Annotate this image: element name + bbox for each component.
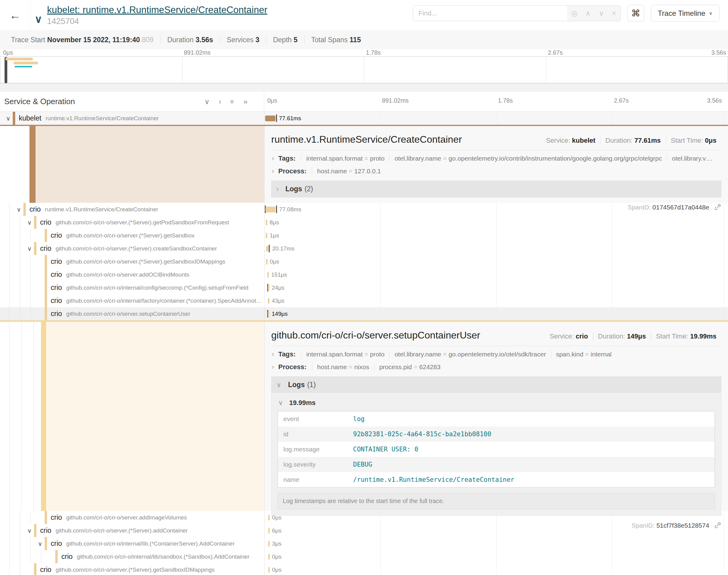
span-row-timeline-cell[interactable]: 43μs xyxy=(264,294,728,307)
row-collapse-chevron-icon[interactable]: ∨ xyxy=(4,115,13,122)
clear-search-icon[interactable]: × xyxy=(612,9,616,18)
span-duration-bar[interactable] xyxy=(268,528,270,533)
service-name: crio xyxy=(61,552,73,561)
span-row[interactable]: criogithub.com/cri-o/cri-o/server.(*Serv… xyxy=(0,229,728,242)
span-row[interactable]: ∨criogithub.com/cri-o/cri-o/server.(*Ser… xyxy=(0,524,728,537)
span-duration-bar[interactable] xyxy=(268,567,270,573)
span-row[interactable]: criogithub.com/cri-o/cri-o/internal/fact… xyxy=(0,294,728,307)
row-collapse-chevron-icon[interactable]: ∨ xyxy=(25,245,34,252)
span-row[interactable]: ∨kubeletruntime.v1.RuntimeService/Create… xyxy=(0,112,728,125)
span-row-timeline-cell[interactable]: 3μs xyxy=(264,537,728,550)
span-duration-bar[interactable] xyxy=(268,298,269,304)
span-duration-bar[interactable] xyxy=(267,272,269,277)
span-row[interactable]: criogithub.com/cri-o/cri-o/internal/lib/… xyxy=(0,550,728,563)
collapse-all-icon[interactable]: » xyxy=(228,100,237,104)
ruler-tick: 891.02ms xyxy=(380,97,409,104)
span-row[interactable]: criogithub.com/cri-o/cri-o/server.addIma… xyxy=(0,511,728,524)
process-item: host.name=nixos xyxy=(312,363,374,371)
span-row-timeline-cell[interactable]: 24μs xyxy=(264,281,728,294)
span-duration-bar[interactable] xyxy=(268,285,269,291)
span-duration-label: 6μs xyxy=(272,527,282,534)
back-button[interactable]: ← xyxy=(0,0,30,30)
span-row[interactable]: ∨crioruntime.v1.RuntimeService/CreateCon… xyxy=(0,203,728,216)
span-duration-bar[interactable] xyxy=(268,554,270,560)
log-field-key: event xyxy=(278,411,348,427)
indent-guide xyxy=(4,537,14,550)
span-row-timeline-cell[interactable]: 77.08ms xyxy=(264,203,728,216)
span-row-timeline-cell[interactable]: 6μs xyxy=(264,524,728,537)
span-duration-bar[interactable] xyxy=(268,541,270,546)
critical-path-tick xyxy=(276,206,277,213)
span-row[interactable]: criogithub.com/cri-o/cri-o/server.(*Serv… xyxy=(0,563,728,575)
span-row[interactable]: criogithub.com/cri-o/cri-o/server.addOCI… xyxy=(0,268,728,281)
span-row[interactable]: ∨criogithub.com/cri-o/cri-o/server.(*Ser… xyxy=(0,242,728,255)
span-row-timeline-cell[interactable]: 0μs xyxy=(264,563,728,575)
span-duration-bar[interactable] xyxy=(266,246,269,251)
span-duration-bar[interactable] xyxy=(266,219,267,225)
trace-total-spans: Total Spans 115 xyxy=(304,36,368,44)
span-row-timeline-cell[interactable]: 0μs xyxy=(264,511,728,524)
logs-accordion[interactable]: ∨ Logs(1) xyxy=(271,376,721,393)
trace-minimap[interactable] xyxy=(0,57,728,83)
indent-guide xyxy=(25,229,36,242)
duration-label: Duration xyxy=(167,36,194,44)
operation-name: github.com/cri-o/cri-o/internal/config/s… xyxy=(66,284,249,291)
logs-accordion[interactable]: › Logs(2) xyxy=(271,181,721,197)
span-row-timeline-cell[interactable]: 0μs xyxy=(264,550,728,563)
span-duration-bar[interactable] xyxy=(266,233,267,238)
collapse-one-icon[interactable]: ∨ xyxy=(204,97,210,106)
tags-accordion[interactable]: › Tags: internal.span.format=proto otel.… xyxy=(271,150,721,163)
span-row-timeline-cell[interactable]: 8μs xyxy=(264,216,728,229)
service-name: crio xyxy=(29,205,41,213)
ruler-tick: 2.67s xyxy=(612,97,629,104)
keyboard-shortcuts-button[interactable]: ⌘ xyxy=(627,5,644,22)
span-duration-bar[interactable] xyxy=(268,515,270,520)
tags-accordion[interactable]: › Tags: internal.span.format=proto otel.… xyxy=(271,346,721,359)
row-collapse-chevron-icon[interactable]: ∨ xyxy=(14,206,23,213)
indent-guide xyxy=(25,281,36,294)
process-accordion[interactable]: › Process: host.name=127.0.0.1 xyxy=(271,163,721,176)
span-duration-bar[interactable] xyxy=(265,206,275,212)
span-row[interactable]: ∨criogithub.com/cri-o/cri-o/server.(*Ser… xyxy=(0,216,728,229)
trace-id: 1425704 xyxy=(47,17,267,26)
process-accordion[interactable]: › Process: host.name=nixos process.pid=6… xyxy=(271,359,721,372)
span-duration-bar[interactable] xyxy=(268,311,269,317)
span-detail-tint xyxy=(36,126,264,203)
services-label: Services xyxy=(227,36,254,44)
expand-one-icon[interactable]: › xyxy=(219,97,221,106)
span-row-timeline-cell[interactable]: 149μs xyxy=(264,307,728,320)
span-row-timeline-cell[interactable]: 20.17ms xyxy=(264,242,728,255)
row-collapse-chevron-icon[interactable]: ∨ xyxy=(25,219,34,226)
span-duration-bar[interactable] xyxy=(266,259,268,264)
span-row[interactable]: criogithub.com/cri-o/cri-o/internal/conf… xyxy=(0,281,728,294)
next-result-icon[interactable]: ∨ xyxy=(599,9,604,18)
span-row[interactable]: criogithub.com/cri-o/cri-o/server.(*Serv… xyxy=(0,255,728,268)
trace-collapse-chevron-icon[interactable]: ∨ xyxy=(35,13,42,25)
span-row-timeline-cell[interactable]: 0μs xyxy=(264,255,728,268)
prev-result-icon[interactable]: ∧ xyxy=(586,9,591,18)
span-row[interactable]: ∨criogithub.com/cri-o/cri-o/internal/lib… xyxy=(0,537,728,550)
expand-all-icon[interactable]: » xyxy=(243,97,247,106)
span-row-name-cell: ∨criogithub.com/cri-o/cri-o/server.(*Ser… xyxy=(0,524,264,537)
span-duration-label: 1μs xyxy=(270,232,279,239)
trace-title-link[interactable]: kubelet: runtime.v1.RuntimeService/Creat… xyxy=(47,5,267,15)
span-row[interactable]: criogithub.com/cri-o/cri-o/server.setupC… xyxy=(0,307,728,320)
span-color-bar xyxy=(29,126,36,203)
find-input[interactable] xyxy=(413,6,567,21)
row-collapse-chevron-icon[interactable]: ∨ xyxy=(36,540,45,547)
log-entry-toggle[interactable]: ∨ 19.99ms xyxy=(278,399,715,407)
span-row-timeline-cell[interactable]: 151μs xyxy=(264,268,728,281)
log-field-key: log.severity xyxy=(278,457,348,472)
service-value: kubelet xyxy=(572,137,595,144)
find-tools: ◎ ∧ ∨ × xyxy=(567,6,621,21)
row-collapse-chevron-icon[interactable]: ∨ xyxy=(25,527,34,534)
locate-span-icon[interactable]: ◎ xyxy=(571,9,578,18)
span-row-timeline-cell[interactable]: 77.61ms xyxy=(264,112,728,125)
minimap-axis: 0μs 891.02ms 1.78s 2.67s 3.56s xyxy=(0,49,728,57)
span-duration-bar[interactable] xyxy=(265,115,275,121)
span-row-timeline-cell[interactable]: 1μs xyxy=(264,229,728,242)
service-color-bar xyxy=(45,537,47,550)
trace-view-selector[interactable]: Trace Timeline ∨ xyxy=(651,5,720,22)
log-field-row: id92b82381-025c-4a64-815c-ba2e1bb08100 xyxy=(278,427,715,442)
process-label: Process: xyxy=(278,363,306,371)
